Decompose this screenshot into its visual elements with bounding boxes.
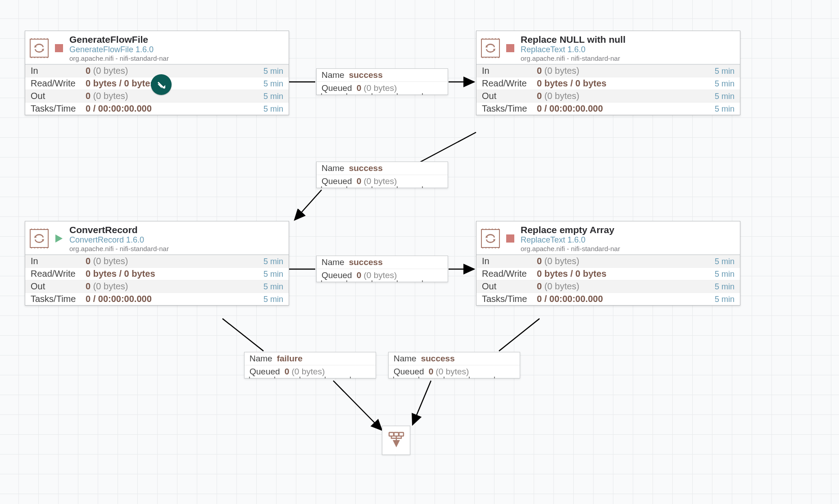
conn-queued-label: Queued	[322, 83, 352, 93]
processor-name: Replace NULL with null	[521, 34, 735, 45]
connection-label[interactable]: Namesuccess Queued0 (0 bytes)	[388, 352, 520, 378]
processor-icon	[481, 229, 500, 248]
stat-label-tt: Tasks/Time	[31, 104, 86, 114]
svg-line-8	[499, 319, 540, 351]
svg-line-3	[295, 190, 322, 220]
processor-stats: In0 (0 bytes)5 min Read/Write0 bytes / 0…	[476, 255, 740, 305]
stop-icon	[506, 44, 514, 52]
processor-bundle: org.apache.nifi - nifi-standard-nar	[69, 245, 284, 252]
play-icon	[55, 234, 63, 243]
stat-label-out: Out	[31, 91, 86, 101]
stop-icon	[55, 44, 63, 52]
svg-line-9	[413, 381, 431, 425]
conn-name-label: Name	[322, 70, 345, 80]
processor-name: GenerateFlowFile	[69, 34, 284, 45]
processor-type: GenerateFlowFile 1.6.0	[69, 45, 284, 54]
processor-generateflowfile[interactable]: GenerateFlowFile GenerateFlowFile 1.6.0 …	[25, 31, 289, 115]
svg-line-7	[333, 381, 382, 430]
connection-label[interactable]: Namesuccess Queued0 (0 bytes)	[316, 256, 448, 282]
processor-replace-null[interactable]: Replace NULL with null ReplaceText 1.6.0…	[476, 31, 740, 115]
create-connection-handle[interactable]	[151, 74, 172, 95]
conn-relationship: success	[421, 354, 455, 364]
stop-icon	[506, 234, 514, 243]
processor-header: ConvertRecord ConvertRecord 1.6.0 org.ap…	[25, 221, 289, 255]
flow-canvas[interactable]: GenerateFlowFile GenerateFlowFile 1.6.0 …	[0, 0, 839, 504]
processor-name: Replace empty Array	[521, 225, 735, 235]
processor-bundle: org.apache.nifi - nifi-standard-nar	[521, 245, 735, 252]
stat-window: 5 min	[263, 67, 283, 76]
processor-header: Replace empty Array ReplaceText 1.6.0 or…	[476, 221, 740, 255]
processor-icon	[30, 39, 49, 58]
processor-icon	[30, 229, 49, 248]
stat-label-rw: Read/Write	[31, 78, 86, 89]
connection-label[interactable]: Namesuccess Queued0 (0 bytes)	[316, 162, 448, 188]
connection-label[interactable]: Namefailure Queued0 (0 bytes)	[244, 352, 376, 378]
processor-replace-empty-array[interactable]: Replace empty Array ReplaceText 1.6.0 or…	[476, 221, 740, 306]
svg-rect-13	[394, 432, 399, 436]
processor-stats: In0 (0 bytes)5 min Read/Write0 bytes / 0…	[476, 64, 740, 115]
svg-rect-12	[399, 432, 404, 436]
processor-header: GenerateFlowFile GenerateFlowFile 1.6.0 …	[25, 31, 289, 64]
output-port[interactable]	[382, 426, 410, 455]
conn-relationship: success	[349, 163, 383, 173]
processor-icon	[481, 39, 500, 58]
processor-type: ReplaceText 1.6.0	[521, 45, 735, 54]
stat-label-in: In	[31, 66, 86, 76]
conn-relationship: success	[349, 257, 383, 267]
processor-header: Replace NULL with null ReplaceText 1.6.0…	[476, 31, 740, 64]
svg-line-2	[420, 132, 476, 162]
processor-convertrecord[interactable]: ConvertRecord ConvertRecord 1.6.0 org.ap…	[25, 221, 289, 306]
processor-bundle: org.apache.nifi - nifi-standard-nar	[69, 54, 284, 62]
svg-line-6	[222, 319, 263, 351]
connection-label[interactable]: Namesuccess Queued0 (0 bytes)	[316, 68, 448, 95]
processor-bundle: org.apache.nifi - nifi-standard-nar	[521, 54, 735, 62]
conn-relationship: success	[349, 70, 383, 80]
processor-type: ReplaceText 1.6.0	[521, 235, 735, 245]
processor-type: ConvertRecord 1.6.0	[69, 235, 284, 245]
processor-name: ConvertRecord	[69, 225, 284, 235]
output-port-icon	[387, 431, 405, 450]
svg-rect-11	[389, 432, 394, 436]
conn-relationship: failure	[277, 354, 303, 364]
processor-stats: In0 (0 bytes)5 min Read/Write0 bytes / 0…	[25, 255, 289, 305]
